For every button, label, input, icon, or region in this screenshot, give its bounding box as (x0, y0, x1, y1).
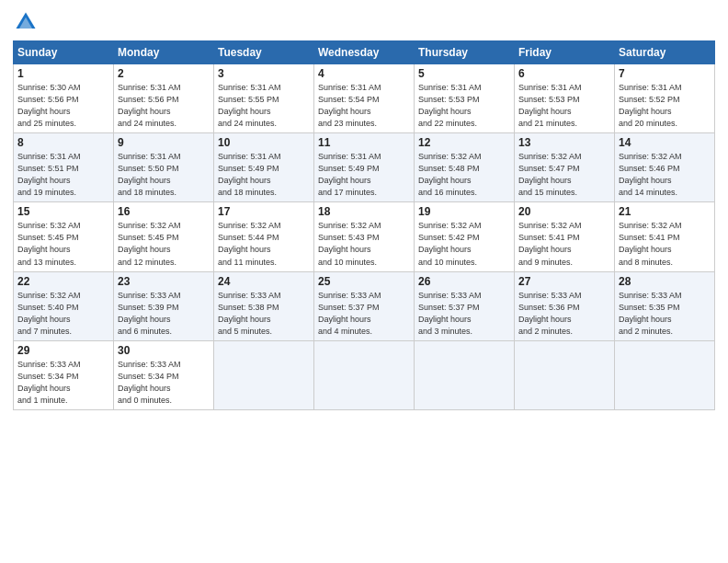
day-number: 18 (318, 205, 410, 218)
day-info: Sunrise: 5:33 AMSunset: 5:36 PMDaylight … (518, 290, 610, 338)
day-number: 4 (318, 67, 410, 80)
calendar-cell: 16Sunrise: 5:32 AMSunset: 5:45 PMDayligh… (114, 202, 214, 271)
calendar-cell: 30Sunrise: 5:33 AMSunset: 5:34 PMDayligh… (114, 340, 214, 409)
calendar-week-row: 29Sunrise: 5:33 AMSunset: 5:34 PMDayligh… (14, 340, 715, 409)
weekday-row: SundayMondayTuesdayWednesdayThursdayFrid… (14, 41, 715, 64)
calendar-cell: 29Sunrise: 5:33 AMSunset: 5:34 PMDayligh… (14, 340, 114, 409)
day-info: Sunrise: 5:33 AMSunset: 5:35 PMDaylight … (619, 290, 711, 338)
day-number: 13 (518, 136, 610, 149)
day-info: Sunrise: 5:31 AMSunset: 5:52 PMDaylight … (619, 82, 711, 130)
logo (13, 9, 42, 35)
day-number: 23 (118, 275, 210, 288)
calendar-cell: 26Sunrise: 5:33 AMSunset: 5:37 PMDayligh… (415, 271, 515, 340)
calendar-week-row: 8Sunrise: 5:31 AMSunset: 5:51 PMDaylight… (14, 133, 715, 202)
calendar-cell: 24Sunrise: 5:33 AMSunset: 5:38 PMDayligh… (214, 271, 314, 340)
day-number: 20 (518, 205, 610, 218)
weekday-header: Monday (114, 41, 214, 64)
day-number: 24 (218, 275, 310, 288)
day-info: Sunrise: 5:32 AMSunset: 5:43 PMDaylight … (318, 220, 410, 268)
day-number: 28 (619, 275, 711, 288)
day-info: Sunrise: 5:33 AMSunset: 5:38 PMDaylight … (218, 290, 310, 338)
weekday-header: Saturday (615, 41, 715, 64)
day-number: 1 (17, 67, 109, 80)
calendar-cell: 3Sunrise: 5:31 AMSunset: 5:55 PMDaylight… (214, 64, 314, 133)
calendar-cell (615, 340, 715, 409)
calendar-cell: 1Sunrise: 5:30 AMSunset: 5:56 PMDaylight… (14, 64, 114, 133)
day-info: Sunrise: 5:32 AMSunset: 5:44 PMDaylight … (218, 220, 310, 268)
calendar-cell: 27Sunrise: 5:33 AMSunset: 5:36 PMDayligh… (515, 271, 615, 340)
calendar-cell: 18Sunrise: 5:32 AMSunset: 5:43 PMDayligh… (314, 202, 415, 271)
day-info: Sunrise: 5:31 AMSunset: 5:55 PMDaylight … (218, 82, 310, 130)
day-number: 25 (318, 275, 410, 288)
day-info: Sunrise: 5:32 AMSunset: 5:47 PMDaylight … (518, 151, 610, 199)
day-number: 30 (118, 344, 210, 357)
day-info: Sunrise: 5:31 AMSunset: 5:50 PMDaylight … (118, 151, 210, 199)
calendar-cell: 23Sunrise: 5:33 AMSunset: 5:39 PMDayligh… (114, 271, 214, 340)
logo-icon (13, 9, 39, 35)
calendar-cell (214, 340, 314, 409)
day-info: Sunrise: 5:32 AMSunset: 5:40 PMDaylight … (17, 290, 109, 338)
header (13, 9, 715, 35)
day-number: 19 (418, 205, 510, 218)
day-number: 5 (418, 67, 510, 80)
day-number: 26 (418, 275, 510, 288)
calendar-cell: 13Sunrise: 5:32 AMSunset: 5:47 PMDayligh… (515, 133, 615, 202)
day-number: 27 (518, 275, 610, 288)
calendar-cell: 9Sunrise: 5:31 AMSunset: 5:50 PMDaylight… (114, 133, 214, 202)
calendar-cell: 19Sunrise: 5:32 AMSunset: 5:42 PMDayligh… (415, 202, 515, 271)
calendar-cell: 22Sunrise: 5:32 AMSunset: 5:40 PMDayligh… (14, 271, 114, 340)
calendar-week-row: 22Sunrise: 5:32 AMSunset: 5:40 PMDayligh… (14, 271, 715, 340)
day-number: 8 (17, 136, 109, 149)
day-info: Sunrise: 5:33 AMSunset: 5:37 PMDaylight … (418, 290, 510, 338)
day-info: Sunrise: 5:31 AMSunset: 5:53 PMDaylight … (418, 82, 510, 130)
day-info: Sunrise: 5:32 AMSunset: 5:48 PMDaylight … (418, 151, 510, 199)
calendar-cell: 2Sunrise: 5:31 AMSunset: 5:56 PMDaylight… (114, 64, 214, 133)
day-number: 9 (118, 136, 210, 149)
calendar-week-row: 15Sunrise: 5:32 AMSunset: 5:45 PMDayligh… (14, 202, 715, 271)
calendar-cell: 8Sunrise: 5:31 AMSunset: 5:51 PMDaylight… (14, 133, 114, 202)
calendar-cell: 6Sunrise: 5:31 AMSunset: 5:53 PMDaylight… (515, 64, 615, 133)
calendar-cell (314, 340, 415, 409)
weekday-header: Thursday (415, 41, 515, 64)
day-number: 6 (518, 67, 610, 80)
day-info: Sunrise: 5:33 AMSunset: 5:34 PMDaylight … (17, 359, 109, 407)
day-number: 22 (17, 275, 109, 288)
weekday-header: Sunday (14, 41, 114, 64)
calendar-body: 1Sunrise: 5:30 AMSunset: 5:56 PMDaylight… (14, 64, 715, 410)
weekday-header: Friday (515, 41, 615, 64)
day-number: 21 (619, 205, 711, 218)
calendar-cell: 28Sunrise: 5:33 AMSunset: 5:35 PMDayligh… (615, 271, 715, 340)
day-info: Sunrise: 5:33 AMSunset: 5:39 PMDaylight … (118, 290, 210, 338)
day-number: 3 (218, 67, 310, 80)
day-number: 10 (218, 136, 310, 149)
calendar-cell (415, 340, 515, 409)
calendar-cell: 17Sunrise: 5:32 AMSunset: 5:44 PMDayligh… (214, 202, 314, 271)
day-number: 17 (218, 205, 310, 218)
day-info: Sunrise: 5:32 AMSunset: 5:46 PMDaylight … (619, 151, 711, 199)
day-number: 11 (318, 136, 410, 149)
day-info: Sunrise: 5:31 AMSunset: 5:51 PMDaylight … (17, 151, 109, 199)
day-info: Sunrise: 5:32 AMSunset: 5:45 PMDaylight … (17, 220, 109, 268)
day-info: Sunrise: 5:32 AMSunset: 5:45 PMDaylight … (118, 220, 210, 268)
day-info: Sunrise: 5:32 AMSunset: 5:42 PMDaylight … (418, 220, 510, 268)
calendar-cell: 11Sunrise: 5:31 AMSunset: 5:49 PMDayligh… (314, 133, 415, 202)
day-info: Sunrise: 5:33 AMSunset: 5:37 PMDaylight … (318, 290, 410, 338)
day-number: 14 (619, 136, 711, 149)
weekday-header: Tuesday (214, 41, 314, 64)
calendar-cell (515, 340, 615, 409)
day-info: Sunrise: 5:32 AMSunset: 5:41 PMDaylight … (518, 220, 610, 268)
calendar-week-row: 1Sunrise: 5:30 AMSunset: 5:56 PMDaylight… (14, 64, 715, 133)
calendar-cell: 14Sunrise: 5:32 AMSunset: 5:46 PMDayligh… (615, 133, 715, 202)
day-number: 7 (619, 67, 711, 80)
page: SundayMondayTuesdayWednesdayThursdayFrid… (0, 0, 728, 419)
calendar-cell: 4Sunrise: 5:31 AMSunset: 5:54 PMDaylight… (314, 64, 415, 133)
day-number: 15 (17, 205, 109, 218)
calendar-cell: 5Sunrise: 5:31 AMSunset: 5:53 PMDaylight… (415, 64, 515, 133)
calendar-cell: 10Sunrise: 5:31 AMSunset: 5:49 PMDayligh… (214, 133, 314, 202)
calendar-cell: 15Sunrise: 5:32 AMSunset: 5:45 PMDayligh… (14, 202, 114, 271)
day-info: Sunrise: 5:30 AMSunset: 5:56 PMDaylight … (17, 82, 109, 130)
day-info: Sunrise: 5:33 AMSunset: 5:34 PMDaylight … (118, 359, 210, 407)
calendar-cell: 7Sunrise: 5:31 AMSunset: 5:52 PMDaylight… (615, 64, 715, 133)
day-info: Sunrise: 5:31 AMSunset: 5:49 PMDaylight … (318, 151, 410, 199)
day-number: 2 (118, 67, 210, 80)
